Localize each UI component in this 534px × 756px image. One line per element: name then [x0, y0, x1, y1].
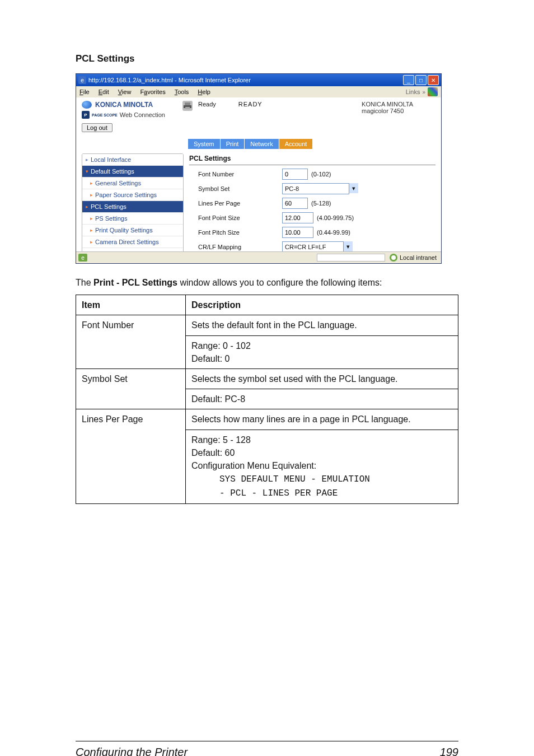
- select-symbol-set[interactable]: PC-8: [282, 183, 349, 194]
- status-bar: e Local intranet: [76, 251, 441, 263]
- logout-button[interactable]: Log out: [82, 123, 113, 132]
- pagescope-icon: P: [82, 111, 90, 119]
- sidebar-item-paper-source-settings[interactable]: ▸Paper Source Settings: [82, 189, 183, 201]
- sidebar-item-ps-settings[interactable]: ▸PS Settings: [82, 213, 183, 225]
- sidebar-item-camera-direct-settings[interactable]: ▸Camera Direct Settings: [82, 236, 183, 248]
- svg-rect-2: [185, 107, 190, 109]
- mono-path-2: - PCL - LINES PER PAGE: [191, 487, 338, 500]
- km-logo-text: KONICA MINOLTA: [95, 101, 153, 109]
- form-heading: PCL Settings: [189, 153, 435, 165]
- km-globe-icon: [82, 101, 92, 109]
- window-title: http://192.168.1.2/a_index.html - Micros…: [88, 77, 251, 83]
- item-symbol-set: Symbol Set: [76, 368, 186, 409]
- browser-window: e http://192.168.1.2/a_index.html - Micr…: [76, 73, 442, 264]
- sidebar-item-local-interface[interactable]: ▸Local Interface: [82, 154, 183, 166]
- sidebar-label: Default Settings: [91, 168, 134, 175]
- ie-icon: e: [78, 76, 86, 84]
- mono-path-1: SYS DEFAULT MENU - EMULATION: [191, 473, 370, 486]
- th-item: Item: [76, 295, 186, 315]
- range-font-pitch-size: (0.44-99.99): [317, 229, 350, 236]
- input-font-point-size[interactable]: [282, 212, 313, 223]
- sidebar-item-default-settings[interactable]: ▾Default Settings: [82, 166, 183, 178]
- th-description: Description: [186, 295, 458, 315]
- footer-title: Configuring the Printer: [76, 746, 188, 756]
- window-close-button[interactable]: ✕: [428, 75, 439, 85]
- chevron-down-icon[interactable]: ▾: [343, 241, 353, 251]
- pagescope-text: Web Connection: [120, 111, 165, 118]
- item-font-number: Font Number: [76, 315, 186, 369]
- tab-account[interactable]: Account: [279, 139, 313, 149]
- sidebar-label: PCL Settings: [91, 203, 127, 210]
- nav-tabs: System Print Network Account: [188, 139, 441, 149]
- sidebar-label: General Settings: [95, 180, 141, 186]
- desc-font-number-sub: Range: 0 - 102 Default: 0: [186, 335, 458, 368]
- printer-status-icon: [182, 101, 193, 111]
- ready-label: Ready: [198, 101, 216, 108]
- pagescope-label: P PAGE SCOPE Web Connection: [82, 111, 182, 119]
- menu-file[interactable]: File: [79, 88, 90, 95]
- sidebar-label: PS Settings: [95, 215, 127, 222]
- label-crlf-mapping: CR/LF Mapping: [189, 244, 282, 250]
- input-font-pitch-size[interactable]: [282, 227, 313, 238]
- range-font-point-size: (4.00-999.75): [317, 214, 354, 221]
- menu-edit[interactable]: Edit: [99, 88, 109, 95]
- zone-label: Local intranet: [400, 254, 437, 261]
- input-lines-per-page[interactable]: [282, 198, 308, 209]
- item-lines-per-page: Lines Per Page: [76, 409, 186, 504]
- brand-line-2: magicolor 7450: [362, 108, 413, 114]
- sidebar-label: Camera Direct Settings: [95, 239, 159, 245]
- sidebar-label: Print Quality Settings: [95, 227, 153, 234]
- menu-favorites[interactable]: Favorites: [140, 88, 165, 95]
- footer-page-number: 199: [440, 746, 458, 756]
- chevron-down-icon[interactable]: ▾: [349, 183, 358, 193]
- window-maximize-button[interactable]: □: [415, 75, 427, 85]
- ie-done-icon: e: [78, 254, 87, 262]
- label-font-pitch-size: Font Pitch Size: [189, 229, 282, 236]
- tab-system[interactable]: System: [188, 139, 221, 149]
- label-symbol-set: Symbol Set: [189, 185, 282, 192]
- ready-state: READY: [238, 101, 263, 108]
- range-font-number: (0-102): [311, 171, 331, 178]
- menu-tools[interactable]: Tools: [175, 88, 189, 95]
- intro-text: The Print - PCL Settings window allows y…: [76, 276, 458, 289]
- label-font-point-size: Font Point Size: [189, 214, 282, 221]
- menu-view[interactable]: View: [118, 88, 132, 95]
- select-crlf-mapping[interactable]: CR=CR LF=LF: [282, 241, 344, 251]
- label-lines-per-page: Lines Per Page: [189, 200, 282, 207]
- links-label: Links: [406, 88, 420, 95]
- sidebar-item-pcl-settings[interactable]: ▸PCL Settings: [82, 201, 183, 213]
- menu-bar: File Edit View Favorites Tools Help Link…: [76, 86, 441, 97]
- zone-icon: [390, 254, 397, 262]
- label-font-number: Font Number: [189, 171, 282, 178]
- pagescope-prefix: PAGE SCOPE: [92, 113, 118, 117]
- konica-minolta-logo: KONICA MINOLTA: [82, 101, 182, 109]
- sidebar-label: Local Interface: [91, 156, 131, 163]
- desc-symbol-set-main: Selects the symbol set used with the PCL…: [186, 368, 458, 389]
- sidebar-item-print-quality-settings[interactable]: ▸Print Quality Settings: [82, 225, 183, 236]
- range-lines-per-page: (5-128): [311, 200, 331, 207]
- status-progress: [317, 254, 385, 262]
- links-chevron-icon[interactable]: »: [422, 89, 425, 95]
- svg-rect-0: [185, 102, 190, 105]
- sidebar: ▸Local Interface ▾Default Settings ▸Gene…: [82, 153, 184, 251]
- sidebar-label: Paper Source Settings: [95, 192, 157, 198]
- input-font-number[interactable]: [282, 169, 308, 180]
- tab-network[interactable]: Network: [245, 139, 279, 149]
- desc-lines-per-page-sub: Range: 5 - 128 Default: 60 Configuration…: [186, 430, 458, 504]
- window-minimize-button[interactable]: _: [403, 75, 414, 85]
- window-titlebar: e http://192.168.1.2/a_index.html - Micr…: [76, 74, 441, 86]
- desc-symbol-set-sub: Default: PC-8: [186, 389, 458, 409]
- settings-table: Item Description Font Number Sets the de…: [76, 295, 458, 504]
- desc-lines-per-page-main: Selects how many lines are in a page in …: [186, 409, 458, 430]
- menu-help[interactable]: Help: [198, 88, 210, 95]
- desc-font-number-main: Sets the default font in the PCL languag…: [186, 315, 458, 335]
- section-heading: PCL Settings: [76, 53, 458, 64]
- tab-print[interactable]: Print: [221, 139, 245, 149]
- brand-line-1: KONICA MINOLTA: [362, 101, 413, 108]
- sidebar-item-general-settings[interactable]: ▸General Settings: [82, 178, 183, 189]
- ie-throbber-icon: [428, 87, 438, 96]
